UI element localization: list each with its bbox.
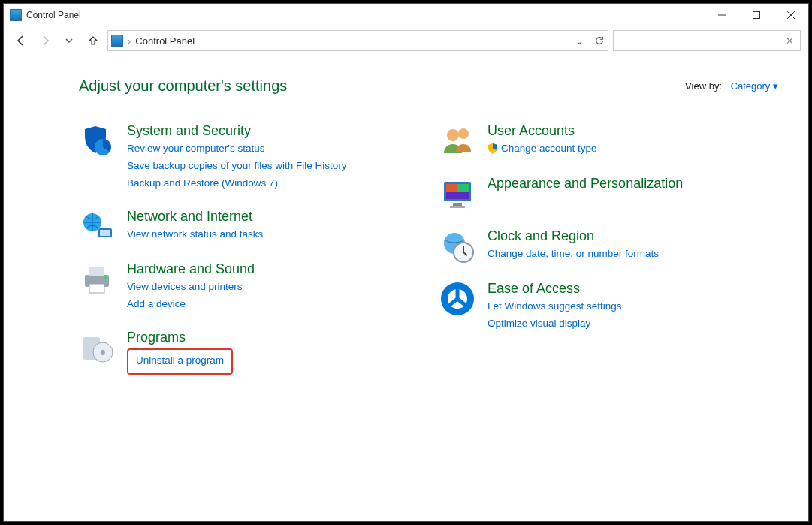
address-dropdown-icon[interactable]: ⌄ xyxy=(575,35,584,47)
ease-of-access-icon xyxy=(439,281,475,317)
clear-search-icon[interactable]: ✕ xyxy=(786,35,794,47)
sub-link[interactable]: View network status and tasks xyxy=(127,226,263,243)
window-title: Control Panel xyxy=(26,10,81,20)
sub-link[interactable]: Add a device xyxy=(127,296,186,313)
address-bar[interactable]: › Control Panel ⌄ xyxy=(107,30,608,51)
svg-point-13 xyxy=(458,128,469,139)
breadcrumb-sep-icon: › xyxy=(128,35,131,47)
maximize-button[interactable] xyxy=(739,4,774,26)
view-by-control[interactable]: View by: Category ▾ xyxy=(685,80,778,92)
right-column: User Accounts Change account type xyxy=(439,123,770,391)
category-title[interactable]: Hardware and Sound xyxy=(127,261,255,277)
svg-point-11 xyxy=(101,350,105,355)
category-clock-region: Clock and Region Change date, time, or n… xyxy=(439,228,770,264)
forward-button[interactable] xyxy=(35,31,55,50)
view-by-label: View by: xyxy=(685,80,722,92)
category-title[interactable]: Programs xyxy=(127,330,233,345)
monitor-colors-icon xyxy=(439,176,475,212)
control-panel-icon xyxy=(10,9,22,21)
refresh-icon[interactable] xyxy=(594,35,605,46)
search-input[interactable]: ✕ xyxy=(613,30,801,51)
printer-icon xyxy=(79,261,115,297)
minimize-button[interactable] xyxy=(705,4,739,26)
nav-row: › Control Panel ⌄ ✕ xyxy=(4,26,808,55)
clock-globe-icon xyxy=(439,228,475,264)
category-hardware: Hardware and Sound View devices and prin… xyxy=(79,261,409,313)
svg-rect-16 xyxy=(446,184,457,192)
sub-link[interactable]: Change account type xyxy=(501,140,597,158)
sub-link[interactable]: Review your computer's status xyxy=(127,140,264,158)
category-programs: Programs Uninstall a program xyxy=(79,330,409,375)
content-area: Adjust your computer's settings View by:… xyxy=(4,55,808,521)
titlebar: Control Panel xyxy=(4,4,808,26)
left-column: System and Security Review your computer… xyxy=(79,123,409,391)
shield-pie-icon xyxy=(79,123,115,159)
control-panel-window: Control Panel › Control Panel xyxy=(3,3,809,522)
chevron-down-icon: ▾ xyxy=(773,80,778,92)
category-title[interactable]: System and Security xyxy=(127,123,347,139)
globe-network-icon xyxy=(79,209,115,245)
sub-link[interactable]: View devices and printers xyxy=(127,279,243,296)
sub-link[interactable]: Backup and Restore (Windows 7) xyxy=(127,175,278,192)
svg-rect-7 xyxy=(89,284,104,293)
category-appearance: Appearance and Personalization xyxy=(439,176,770,212)
recent-dropdown[interactable] xyxy=(59,31,79,50)
sub-link[interactable]: Change date, time, or number formats xyxy=(488,246,659,263)
svg-rect-0 xyxy=(753,12,760,19)
svg-rect-18 xyxy=(453,203,462,206)
category-title[interactable]: Appearance and Personalization xyxy=(488,176,683,192)
svg-rect-17 xyxy=(457,184,469,192)
page-title: Adjust your computer's settings xyxy=(79,77,287,95)
highlight-box: Uninstall a program xyxy=(127,348,233,375)
address-icon xyxy=(111,35,123,47)
category-title[interactable]: Ease of Access xyxy=(488,281,622,297)
uac-shield-icon xyxy=(488,143,498,154)
view-by-value: Category xyxy=(731,80,771,92)
sub-link[interactable]: Let Windows suggest settings xyxy=(488,298,622,315)
svg-point-12 xyxy=(447,129,459,141)
svg-rect-6 xyxy=(89,267,104,276)
category-columns: System and Security Review your computer… xyxy=(79,123,778,391)
sub-link-uninstall[interactable]: Uninstall a program xyxy=(136,352,224,370)
category-title[interactable]: User Accounts xyxy=(488,123,597,139)
category-ease-of-access: Ease of Access Let Windows suggest setti… xyxy=(439,281,770,333)
sub-link[interactable]: Optimize visual display xyxy=(488,315,590,333)
close-button[interactable] xyxy=(774,4,808,26)
sub-link[interactable]: Save backup copies of your files with Fi… xyxy=(127,158,347,175)
svg-point-8 xyxy=(104,276,107,279)
category-network: Network and Internet View network status… xyxy=(79,209,409,245)
people-icon xyxy=(439,123,475,159)
category-system-security: System and Security Review your computer… xyxy=(79,123,409,192)
category-user-accounts: User Accounts Change account type xyxy=(439,123,770,159)
category-title[interactable]: Network and Internet xyxy=(127,209,263,225)
content-header: Adjust your computer's settings View by:… xyxy=(79,77,778,95)
back-button[interactable] xyxy=(11,31,31,50)
disc-box-icon xyxy=(79,330,115,366)
up-button[interactable] xyxy=(83,31,103,50)
svg-rect-19 xyxy=(450,206,465,208)
category-title[interactable]: Clock and Region xyxy=(488,228,659,244)
svg-rect-4 xyxy=(100,230,110,236)
breadcrumb[interactable]: Control Panel xyxy=(135,35,195,47)
